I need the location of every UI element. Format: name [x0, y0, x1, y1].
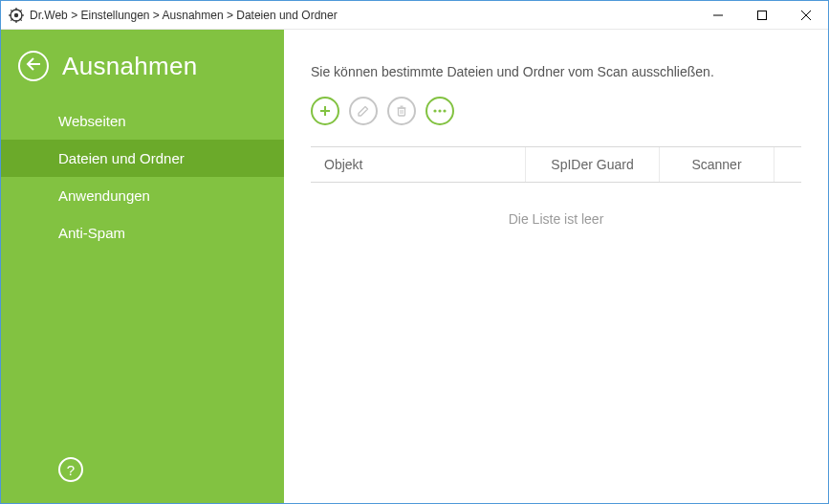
svg-line-8 — [11, 18, 12, 20]
table-body: Die Liste ist leer — [311, 183, 801, 227]
sidebar-item-label: Dateien und Ordner — [58, 150, 185, 166]
sidebar-item-label: Anti-Spam — [58, 225, 125, 241]
sidebar-item-anti-spam[interactable]: Anti-Spam — [1, 214, 284, 252]
back-button[interactable] — [18, 51, 49, 81]
svg-point-23 — [438, 109, 441, 112]
exclusion-table: Objekt SpIDer Guard Scanner Die Liste is… — [311, 146, 801, 227]
pencil-icon — [357, 104, 370, 118]
question-icon: ? — [67, 462, 75, 478]
sidebar-header: Ausnahmen — [1, 30, 284, 99]
sidebar-item-dateien-und-ordner[interactable]: Dateien und Ordner — [1, 140, 284, 177]
app-logo-icon — [9, 8, 24, 23]
description-text: Sie können bestimmte Dateien und Ordner … — [311, 64, 801, 79]
sidebar-item-label: Anwendungen — [58, 187, 150, 204]
svg-rect-17 — [399, 108, 405, 116]
dots-icon — [432, 108, 447, 114]
empty-list-text: Die Liste ist leer — [509, 211, 604, 227]
arrow-left-icon — [26, 57, 41, 75]
main-panel: Sie können bestimmte Dateien und Ordner … — [284, 30, 828, 503]
sidebar: Ausnahmen Webseiten Dateien und Ordner A… — [1, 30, 284, 503]
sidebar-items: Webseiten Dateien und Ordner Anwendungen… — [1, 102, 284, 252]
window-controls — [696, 1, 828, 29]
column-header-end — [774, 147, 801, 182]
minimize-button[interactable] — [696, 1, 740, 29]
toolbar — [311, 97, 801, 125]
column-header-object[interactable]: Objekt — [311, 147, 526, 182]
svg-line-9 — [20, 10, 22, 11]
sidebar-item-label: Webseiten — [58, 113, 126, 129]
svg-point-1 — [14, 12, 18, 16]
titlebar: Dr.Web > Einstellungen > Ausnahmen > Dat… — [1, 1, 828, 30]
sidebar-title: Ausnahmen — [62, 52, 197, 81]
svg-line-7 — [20, 18, 22, 20]
content-area: Ausnahmen Webseiten Dateien und Ordner A… — [1, 30, 828, 503]
column-header-scanner[interactable]: Scanner — [660, 147, 774, 182]
column-header-spider-guard[interactable]: SpIDer Guard — [526, 147, 660, 182]
add-button[interactable] — [311, 97, 339, 125]
help-button[interactable]: ? — [58, 457, 83, 482]
delete-button — [387, 97, 416, 125]
table-header: Objekt SpIDer Guard Scanner — [311, 146, 801, 183]
maximize-button[interactable] — [740, 1, 784, 29]
svg-rect-11 — [758, 11, 767, 19]
breadcrumb: Dr.Web > Einstellungen > Ausnahmen > Dat… — [30, 9, 696, 22]
svg-line-6 — [11, 10, 12, 11]
plus-icon — [318, 104, 332, 118]
sidebar-item-anwendungen[interactable]: Anwendungen — [1, 177, 284, 214]
close-button[interactable] — [784, 1, 828, 29]
more-button[interactable] — [425, 97, 454, 125]
svg-point-24 — [443, 109, 446, 112]
edit-button — [349, 97, 378, 125]
svg-point-22 — [433, 109, 436, 112]
trash-icon — [395, 104, 408, 118]
sidebar-item-webseiten[interactable]: Webseiten — [1, 102, 284, 140]
